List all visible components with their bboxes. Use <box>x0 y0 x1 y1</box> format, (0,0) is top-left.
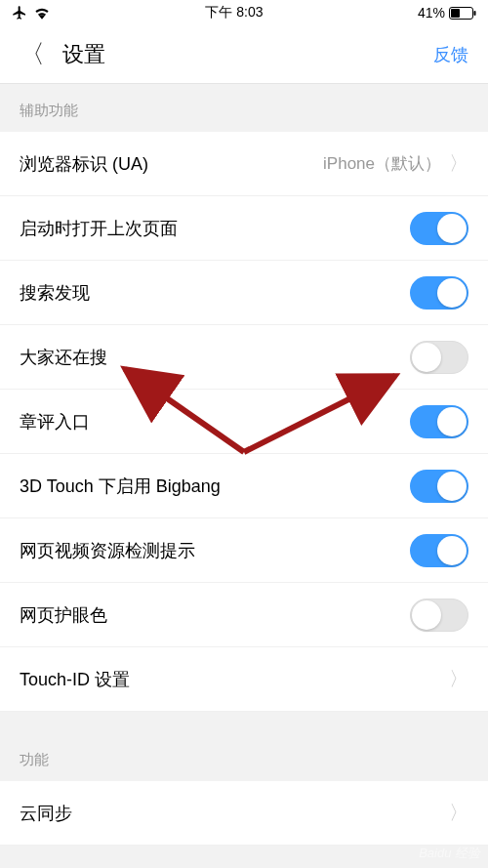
setting-cloud-sync[interactable]: 云同步 〉 <box>0 781 488 846</box>
svg-rect-1 <box>451 9 460 18</box>
setting-search-discover: 搜索发现 <box>0 261 488 325</box>
setting-label: 云同步 <box>20 802 72 825</box>
setting-restore-tabs: 启动时打开上次页面 <box>0 196 488 261</box>
toggle-knob <box>437 536 467 565</box>
setting-label: Touch-ID 设置 <box>20 668 130 691</box>
toggle-review-entry[interactable] <box>410 405 468 438</box>
setting-ua[interactable]: 浏览器标识 (UA) iPhone（默认） 〉 <box>0 132 488 196</box>
chevron-right-icon: 〉 <box>449 666 468 692</box>
watermark: Baidu 经验 <box>419 845 480 862</box>
page-title: 设置 <box>62 40 105 69</box>
airplane-mode-icon <box>12 5 27 21</box>
toggle-restore-tabs[interactable] <box>410 212 468 245</box>
setting-value-text: iPhone（默认） <box>323 152 441 175</box>
nav-left: 〈 设置 <box>20 37 105 71</box>
toggle-knob <box>412 600 441 630</box>
battery-percentage: 41% <box>418 5 445 21</box>
setting-bigbang: 3D Touch 下启用 Bigbang <box>0 454 488 518</box>
setting-label: 大家还在搜 <box>20 346 107 369</box>
status-time: 下午 8:03 <box>205 4 263 21</box>
setting-eye-protect: 网页护眼色 <box>0 583 488 647</box>
wifi-icon <box>33 6 51 20</box>
status-bar: 下午 8:03 41% <box>0 0 488 25</box>
toggle-knob <box>412 343 441 372</box>
setting-video-detect: 网页视频资源检测提示 <box>0 518 488 583</box>
status-right: 41% <box>418 5 476 21</box>
setting-label: 启动时打开上次页面 <box>20 217 178 240</box>
toggle-bigbang[interactable] <box>410 470 468 503</box>
setting-label: 浏览器标识 (UA) <box>20 152 148 176</box>
nav-bar: 〈 设置 反馈 <box>0 25 488 84</box>
setting-review-entry: 章评入口 <box>0 390 488 454</box>
toggle-search-discover[interactable] <box>410 276 468 310</box>
toggle-others-search[interactable] <box>410 341 468 374</box>
back-icon[interactable]: 〈 <box>20 37 45 71</box>
setting-label: 网页护眼色 <box>20 603 107 627</box>
setting-label: 网页视频资源检测提示 <box>20 539 195 562</box>
toggle-knob <box>437 407 467 436</box>
setting-touchid[interactable]: Touch-ID 设置 〉 <box>0 647 488 712</box>
status-left <box>12 5 51 21</box>
setting-label: 搜索发现 <box>20 281 90 305</box>
setting-value: iPhone（默认） 〉 <box>323 150 468 177</box>
section-header-accessibility: 辅助功能 <box>0 84 488 132</box>
toggle-eye-protect[interactable] <box>410 599 468 632</box>
battery-icon <box>449 7 476 20</box>
chevron-right-icon: 〉 <box>449 800 468 826</box>
chevron-right-icon: 〉 <box>449 150 468 177</box>
setting-label: 章评入口 <box>20 410 90 434</box>
toggle-knob <box>437 278 467 308</box>
toggle-knob <box>437 214 467 243</box>
svg-rect-2 <box>473 11 475 16</box>
setting-others-search: 大家还在搜 <box>0 325 488 390</box>
toggle-video-detect[interactable] <box>410 534 468 567</box>
section-header-features: 功能 <box>0 712 488 781</box>
toggle-knob <box>437 472 467 501</box>
setting-label: 3D Touch 下启用 Bigbang <box>20 475 221 498</box>
feedback-link[interactable]: 反馈 <box>433 43 468 66</box>
